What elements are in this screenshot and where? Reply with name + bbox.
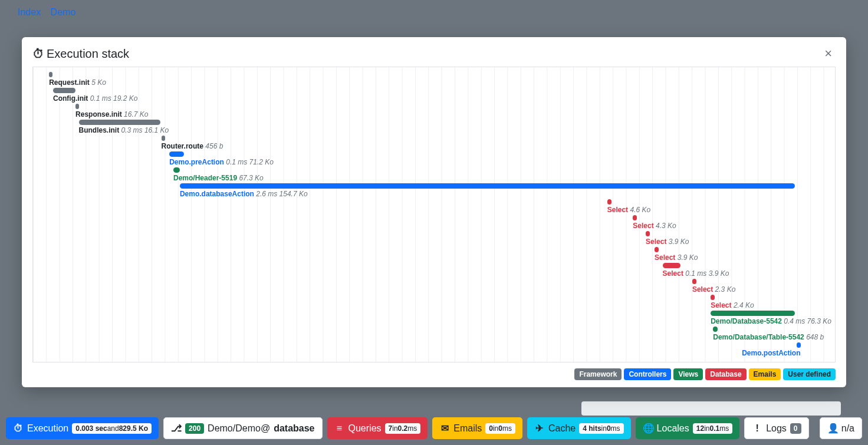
timeline-label: Bundles.init 0.3 ms 16.1 Ko <box>79 126 169 134</box>
stopwatch-icon: ⏱ <box>32 47 43 61</box>
timeline-entry[interactable]: Demo.preAction 0.1 ms 71.2 Ko <box>33 151 835 167</box>
metric-badge: 7 in 0.2 ms <box>385 423 421 434</box>
timeline-bar <box>711 295 715 300</box>
legend-badge[interactable]: Controllers <box>624 368 671 380</box>
metric-badge: 0 <box>790 423 801 434</box>
timeline-label: Select 3.9 Ko <box>646 238 689 246</box>
exclamation-icon: ! <box>752 423 762 434</box>
timeline-entry[interactable]: Demo.postAction <box>33 342 835 358</box>
timeline-entry[interactable]: Select 4.3 Ko <box>33 215 835 231</box>
timeline-label: Select 0.1 ms 3.9 Ko <box>663 269 729 278</box>
timeline-bar <box>173 167 180 173</box>
timeline-bar <box>169 151 183 157</box>
timeline-label: Select 4.6 Ko <box>607 206 650 214</box>
timeline-bar <box>633 215 637 220</box>
timeline-label: Demo.databaseAction 2.6 ms 154.7 Ko <box>180 190 308 198</box>
timeline-entry[interactable]: Bundles.init 0.3 ms 16.1 Ko <box>33 120 835 136</box>
timeline-bar <box>692 279 696 284</box>
timeline-label: Select 2.3 Ko <box>692 285 735 294</box>
breadcrumb-sep: / <box>41 7 50 17</box>
timeline-chart: Request.init 5 KoConfig.init 0.1 ms 19.2… <box>32 67 836 362</box>
timeline-label: Demo/Database-5542 0.4 ms 76.3 Ko <box>711 317 831 325</box>
timeline-label: Router.route 456 b <box>162 142 223 150</box>
timeline-entry[interactable]: Router.route 456 b <box>33 136 835 151</box>
timeline-entry[interactable]: Select 4.6 Ko <box>33 199 835 215</box>
breadcrumb-sep: / <box>75 7 85 17</box>
timeline-label: Select 3.9 Ko <box>655 253 698 262</box>
timeline-label: Config.init 0.1 ms 19.2 Ko <box>53 94 137 103</box>
timeline-bar <box>655 247 659 252</box>
cache-button[interactable]: ✈Cache 4 hits in 0 ms <box>527 417 631 439</box>
timeline-bar <box>180 183 795 189</box>
breadcrumb-link[interactable]: Index <box>18 7 41 17</box>
timeline-entry[interactable]: Demo/Database-5542 0.4 ms 76.3 Ko <box>33 311 835 327</box>
legend-badge[interactable]: Emails <box>749 368 781 380</box>
timeline-entry[interactable]: Response.init 16.7 Ko <box>33 104 835 120</box>
modal-title: ⏱ Execution stack <box>32 47 129 61</box>
execution-button[interactable]: ⏱Execution 0.003 sec and 829.5 Ko <box>6 417 159 439</box>
timeline-label: Request.init 5 Ko <box>49 78 106 87</box>
user-button[interactable]: 👤n/a <box>820 417 862 439</box>
timeline-bar <box>663 263 680 268</box>
timeline-entry[interactable]: Config.init 0.1 ms 19.2 Ko <box>33 88 835 104</box>
timeline-label: Select 4.3 Ko <box>633 222 676 230</box>
locales-button[interactable]: 🌐Locales 12 in 0.1 ms <box>636 417 740 439</box>
legend-badge[interactable]: User defined <box>783 368 836 380</box>
plane-icon: ✈ <box>534 423 545 434</box>
envelope-icon: ✉ <box>439 423 450 434</box>
timeline-bar <box>713 327 718 332</box>
breadcrumb-link[interactable]: Demo <box>51 7 76 17</box>
breadcrumb: Index/Demo/Database <box>0 0 868 25</box>
modal-header: ⏱ Execution stack × <box>22 37 846 67</box>
timeline-entry[interactable]: Select 2.3 Ko <box>33 279 835 295</box>
timeline-entry[interactable]: Demo.databaseAction 2.6 ms 154.7 Ko <box>33 183 835 199</box>
timeline-label: Demo.preAction 0.1 ms 71.2 Ko <box>169 158 274 166</box>
timeline-label: Demo.postAction <box>742 349 800 357</box>
metric-badge: 4 hits in 0 ms <box>579 423 623 434</box>
timeline-label: Demo/Database/Table-5542 648 b <box>713 333 824 341</box>
timeline-entry[interactable]: Select 3.9 Ko <box>33 247 835 263</box>
debug-toolbar: ⏱Execution 0.003 sec and 829.5 Ko⎇200 De… <box>0 411 868 445</box>
emails-button[interactable]: ✉Emails 0 in 0 ms <box>432 417 522 439</box>
legend: FrameworkControllersViewsDatabaseEmailsU… <box>22 362 846 380</box>
timeline-bar <box>607 199 611 205</box>
metric-badge: 0.003 sec and 829.5 Ko <box>72 423 152 434</box>
database-icon: ≡ <box>334 423 345 434</box>
timeline-label: Demo/Header-5519 67.3 Ko <box>173 174 264 182</box>
stopwatch-icon: ⏱ <box>13 423 24 434</box>
metric-badge: 0 in 0 ms <box>485 423 515 434</box>
legend-badge[interactable]: Database <box>705 368 746 380</box>
legend-badge[interactable]: Framework <box>574 368 622 380</box>
timeline-bar <box>75 104 79 109</box>
timeline-bar <box>79 120 161 125</box>
globe-icon: 🌐 <box>643 423 653 434</box>
timeline-entry[interactable]: Select 3.9 Ko <box>33 231 835 247</box>
metric-badge: 12 in 0.1 ms <box>693 423 732 434</box>
timeline-bar <box>162 136 165 141</box>
timeline-bar <box>797 342 801 348</box>
breadcrumb-current: Database <box>86 7 126 17</box>
timeline-label: Response.init 16.7 Ko <box>75 110 148 118</box>
timeline-entries: Request.init 5 KoConfig.init 0.1 ms 19.2… <box>33 67 835 362</box>
modal-close-button[interactable]: × <box>821 47 836 61</box>
timeline-entry[interactable]: Request.init 5 Ko <box>33 72 835 88</box>
timeline-bar <box>711 311 795 316</box>
route-button[interactable]: ⎇200 Demo/Demo@database <box>163 417 322 439</box>
branch-icon: ⎇ <box>171 423 182 434</box>
queries-button[interactable]: ≡Queries 7 in 0.2 ms <box>327 417 428 439</box>
legend-badge[interactable]: Views <box>673 368 703 380</box>
timeline-entry[interactable]: Demo/Database/Table-5542 648 b <box>33 327 835 342</box>
modal-title-text: Execution stack <box>47 47 129 61</box>
timeline-entry[interactable]: Demo/Header-5519 67.3 Ko <box>33 167 835 183</box>
timeline-bar <box>49 72 52 77</box>
user-icon: 👤 <box>827 423 838 434</box>
timeline-bar <box>646 231 650 236</box>
logs-button[interactable]: !Logs 0 <box>744 417 808 439</box>
timeline-label: Select 2.4 Ko <box>711 301 754 309</box>
timeline-bar <box>53 88 75 93</box>
execution-stack-modal: ⏱ Execution stack × Request.init 5 KoCon… <box>22 37 846 387</box>
timeline-entry[interactable]: Select 0.1 ms 3.9 Ko <box>33 263 835 279</box>
http-status-badge: 200 <box>185 423 204 434</box>
timeline-entry[interactable]: Select 2.4 Ko <box>33 295 835 311</box>
